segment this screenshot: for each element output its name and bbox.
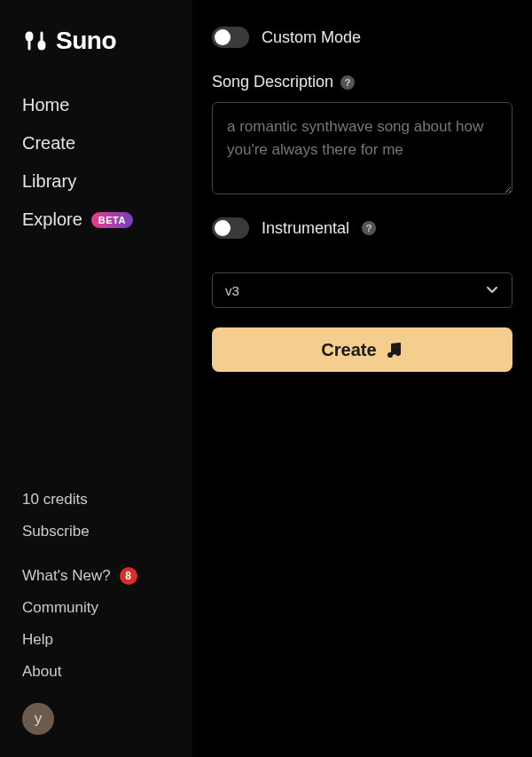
toggle-knob	[215, 220, 231, 236]
nav-help[interactable]: Help	[22, 631, 170, 649]
nav-main: Home Create Library Explore BETA	[22, 95, 170, 230]
create-button[interactable]: Create	[212, 327, 512, 372]
song-description-input[interactable]	[212, 102, 512, 194]
version-selected-value: v3	[225, 283, 239, 298]
main-panel: Custom Mode Song Description ? Instrumen…	[192, 0, 532, 757]
nav-label: Explore	[22, 209, 82, 230]
help-icon[interactable]: ?	[340, 75, 355, 90]
nav-home[interactable]: Home	[22, 95, 170, 115]
logo[interactable]: Suno	[22, 27, 170, 55]
version-select[interactable]: v3	[212, 272, 512, 308]
custom-mode-toggle[interactable]	[212, 27, 249, 48]
sidebar: Suno Home Create Library Explore BETA 10…	[0, 0, 192, 757]
credits-text: 10 credits	[22, 491, 88, 509]
subscribe-link[interactable]: Subscribe	[22, 523, 170, 540]
music-note-icon	[386, 341, 403, 359]
count-badge: 8	[120, 567, 137, 585]
nav-about[interactable]: About	[22, 663, 170, 681]
toggle-knob	[215, 29, 231, 45]
nav-secondary: 10 credits Subscribe	[22, 491, 170, 540]
nav-whats-new[interactable]: What's New? 8	[22, 567, 170, 585]
instrumental-toggle[interactable]	[212, 217, 249, 239]
nav-library[interactable]: Library	[22, 171, 170, 192]
logo-text: Suno	[56, 27, 116, 55]
suno-logo-icon	[22, 28, 49, 54]
instrumental-row: Instrumental ?	[212, 217, 512, 239]
nav-create[interactable]: Create	[22, 133, 170, 154]
nav-explore[interactable]: Explore BETA	[22, 209, 170, 230]
nav-label: About	[22, 663, 61, 681]
nav-label: Community	[22, 599, 98, 617]
nav-community[interactable]: Community	[22, 599, 170, 617]
create-button-label: Create	[321, 340, 376, 360]
help-icon[interactable]: ?	[362, 221, 376, 235]
description-label: Song Description	[212, 73, 333, 91]
nav-label: Home	[22, 95, 69, 115]
credits-display[interactable]: 10 credits	[22, 491, 170, 509]
nav-label: Create	[22, 133, 75, 154]
avatar[interactable]: y	[22, 703, 54, 735]
beta-badge: BETA	[91, 212, 133, 228]
nav-label: What's New?	[22, 567, 111, 585]
custom-mode-row: Custom Mode	[212, 27, 512, 48]
subscribe-text: Subscribe	[22, 523, 90, 540]
avatar-letter: y	[35, 710, 43, 728]
custom-mode-label: Custom Mode	[262, 28, 361, 47]
chevron-down-icon	[485, 282, 499, 299]
nav-tertiary: What's New? 8 Community Help About	[22, 567, 170, 681]
nav-label: Library	[22, 171, 76, 192]
nav-label: Help	[22, 631, 53, 649]
description-label-row: Song Description ?	[212, 73, 512, 91]
instrumental-label: Instrumental	[262, 219, 349, 238]
